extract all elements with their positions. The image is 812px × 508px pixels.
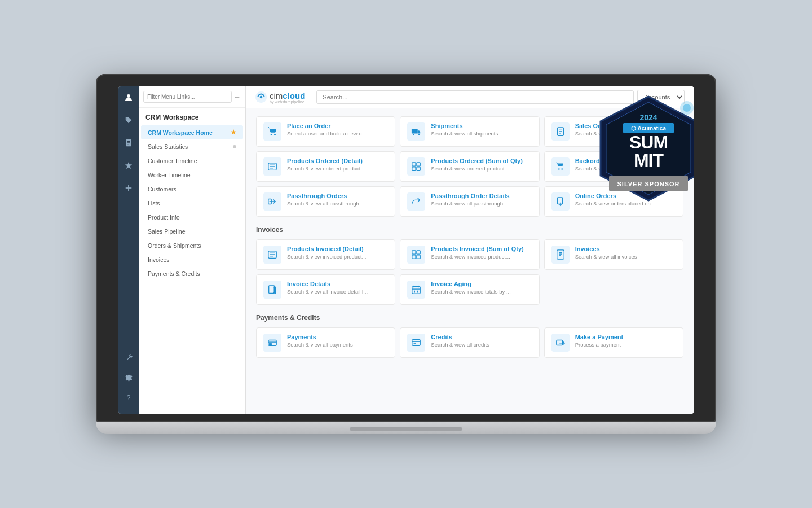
question-icon[interactable]: ? <box>122 391 135 405</box>
card-item[interactable]: Shipments Search & view all shipments <box>400 116 539 147</box>
card-desc: Search & view all shipments <box>431 130 532 137</box>
card-icon <box>551 157 570 176</box>
sidebar-item[interactable]: Orders & Shipments <box>141 239 243 252</box>
svg-point-38 <box>558 168 560 170</box>
card-desc: Search & view all invoices <box>575 253 676 260</box>
card-content: Invoice Aging Search & view invoice tota… <box>431 281 532 295</box>
main-search-input[interactable] <box>316 90 634 104</box>
card-icon <box>407 334 425 352</box>
tag-icon[interactable] <box>122 113 135 127</box>
card-item[interactable]: Products Invoiced (Sum of Qty) Search & … <box>400 239 539 270</box>
wrench-icon[interactable] <box>122 351 135 364</box>
sidebar-item-label: Orders & Shipments <box>148 242 201 249</box>
card-title: Products Ordered (Sum of Qty) <box>431 157 532 164</box>
svg-rect-49 <box>417 255 420 259</box>
svg-rect-34 <box>412 163 416 166</box>
sidebar-item-label: Customers <box>148 186 176 192</box>
sidebar-item[interactable]: Sales Statistics <box>141 140 243 154</box>
sidebar: ← CRM Workspace CRM Workspace Home★Sales… <box>139 86 246 414</box>
card-item[interactable]: Products Ordered (Detail) Search & view … <box>256 151 395 182</box>
card-icon <box>263 246 281 264</box>
plus-nav-icon[interactable] <box>122 181 135 195</box>
card-title: Payments <box>287 334 388 340</box>
card-desc: Search & view items on back... <box>575 165 676 172</box>
card-content: Products Invoiced (Detail) Search & view… <box>287 246 388 260</box>
card-icon <box>407 281 425 299</box>
profile-icon[interactable] <box>122 91 135 104</box>
card-item[interactable]: Passthrough Order Details Search & view … <box>400 186 539 217</box>
sidebar-item[interactable]: Customer Timeline <box>141 154 243 168</box>
sidebar-item-label: Sales Statistics <box>148 143 188 150</box>
card-title: Passthrough Order Details <box>431 192 532 199</box>
sidebar-item[interactable]: Payments & Credits <box>141 267 243 281</box>
sidebar-item[interactable]: Product Info <box>141 211 243 224</box>
logo-icon <box>255 91 267 103</box>
card-title: Invoice Details <box>287 281 388 287</box>
svg-marker-16 <box>125 162 132 169</box>
card-item[interactable]: Passthrough Orders Search & view all pas… <box>256 186 395 217</box>
svg-point-24 <box>413 134 414 135</box>
sidebar-search-area: ← <box>139 86 245 108</box>
sidebar-item[interactable]: Invoices <box>141 253 243 266</box>
card-item[interactable]: Credits Search & view all credits <box>400 327 539 358</box>
document-nav-icon[interactable] <box>122 136 135 150</box>
sidebar-back-button[interactable]: ← <box>234 93 241 101</box>
sidebar-item[interactable]: Worker Timeline <box>141 168 243 182</box>
sidebar-item[interactable]: Customers <box>141 182 243 196</box>
card-desc: Search & view all invoice detail l... <box>287 288 388 295</box>
card-item[interactable]: Products Ordered (Sum of Qty) Search & v… <box>400 151 539 182</box>
card-title: Backorders <box>575 157 676 164</box>
card-desc: Search & view invoiced product... <box>431 253 532 260</box>
logo-subtext: by webstorepipeline <box>270 100 305 104</box>
card-content: Backorders Search & view items on back..… <box>575 157 676 172</box>
laptop-shell: 2024 ⬡ Acumatica SUM MIT SILVER SPONSOR <box>96 74 716 434</box>
sidebar-item[interactable]: Lists <box>141 196 243 210</box>
card-item[interactable]: Invoices Search & view all invoices <box>544 239 683 270</box>
card-item[interactable]: Invoice Details Search & view all invoic… <box>256 274 395 305</box>
card-content: Invoices Search & view all invoices <box>575 246 676 260</box>
card-title: Online Orders <box>575 192 676 199</box>
sidebar-item-label: Worker Timeline <box>148 172 191 178</box>
card-item[interactable]: Backorders Search & view items on back..… <box>544 151 683 182</box>
card-item[interactable]: Payments Search & view all payments <box>256 327 395 358</box>
sidebar-item[interactable]: CRM Workspace Home★ <box>141 125 243 139</box>
search-scope-dropdown[interactable]: Accounts <box>637 90 685 104</box>
card-item[interactable]: Products Invoiced (Detail) Search & view… <box>256 239 395 270</box>
main-content: cimcloud by webstorepipeline Accounts <box>246 86 694 414</box>
svg-rect-36 <box>412 167 416 170</box>
section-header: Invoices <box>256 226 683 234</box>
card-item[interactable]: Make a Payment Process a payment <box>544 327 683 358</box>
card-title: Credits <box>431 334 532 340</box>
card-item[interactable]: Invoice Aging Search & view invoice tota… <box>400 274 539 305</box>
svg-point-11 <box>127 94 130 98</box>
content-area: Place an Order Select a user and build a… <box>246 108 694 414</box>
card-desc: Process a payment <box>575 341 676 348</box>
card-content: Sales Orders Search & view sales orde... <box>575 122 676 137</box>
svg-rect-37 <box>417 167 420 170</box>
star-nav-icon[interactable] <box>122 159 135 172</box>
sidebar-search-input[interactable] <box>143 91 232 103</box>
sidebar-item-label: Customer Timeline <box>148 157 197 164</box>
card-title: Passthrough Orders <box>287 192 388 199</box>
svg-rect-67 <box>556 340 562 345</box>
svg-point-39 <box>561 168 563 170</box>
card-desc: Search & view all passthrough ... <box>287 200 388 207</box>
card-icon <box>263 157 281 176</box>
card-item[interactable]: Online Orders Search & view orders place… <box>544 186 683 217</box>
logo-area: cimcloud by webstorepipeline <box>255 91 305 104</box>
card-content: Online Orders Search & view orders place… <box>575 192 676 207</box>
logo-cloud: cloud <box>283 91 305 100</box>
card-icon <box>551 246 570 264</box>
top-bar: cimcloud by webstorepipeline Accounts <box>246 86 694 108</box>
sidebar-item-label: Invoices <box>148 256 170 263</box>
card-title: Products Invoiced (Sum of Qty) <box>431 246 532 252</box>
card-item[interactable]: Sales Orders Search & view sales orde... <box>544 116 683 147</box>
card-title: Place an Order <box>287 122 388 129</box>
card-icon <box>263 334 281 352</box>
cards-grid: Place an Order Select a user and build a… <box>256 116 683 217</box>
card-icon <box>551 122 570 141</box>
gear-icon[interactable] <box>122 371 135 384</box>
card-item[interactable]: Place an Order Select a user and build a… <box>256 116 395 147</box>
sidebar-item[interactable]: Sales Pipeline <box>141 225 243 238</box>
cards-grid: Products Invoiced (Detail) Search & view… <box>256 239 683 305</box>
